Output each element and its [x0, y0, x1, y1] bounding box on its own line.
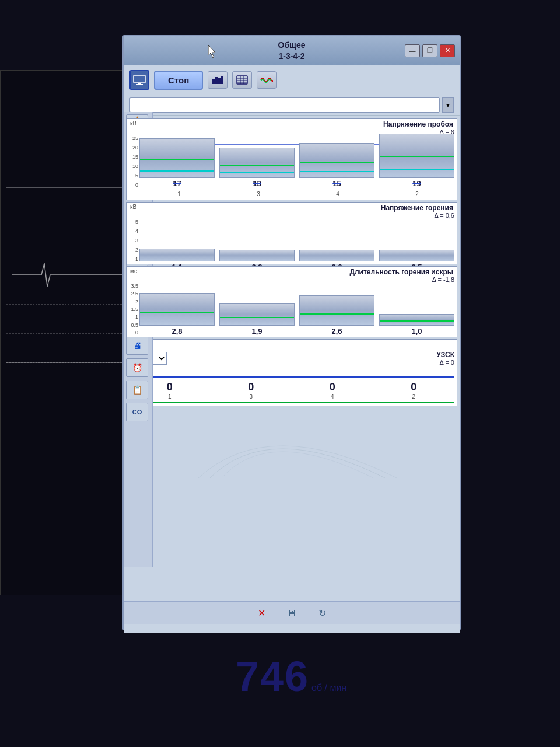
bar3-value: 13 — [253, 179, 261, 188]
main-window: Общее 1-3-4-2 — ❐ ✕ Стоп — [123, 35, 461, 630]
chart2-bars: 1,1 0,8 0,6 — [139, 219, 454, 271]
toolbar: Стоп — [124, 65, 460, 95]
uzsk-val-2: 0 — [376, 381, 453, 393]
chart2-delta: Δ = 0,6 — [129, 212, 454, 219]
bar-col-4: 15 — [299, 143, 374, 188]
chart1-unit: кВ — [130, 120, 136, 127]
monitor-icon — [130, 70, 149, 90]
minimize-button[interactable]: — — [405, 44, 420, 57]
bottom-icon-x: ✕ — [252, 605, 271, 622]
chart3-bar1-gline — [140, 312, 214, 313]
chart2-bar-2 — [379, 250, 454, 261]
uzsk-num-2: 2 — [376, 393, 453, 400]
osc-signal — [12, 257, 141, 292]
chart3-bar2-gline — [380, 320, 454, 322]
bar-2 — [379, 134, 454, 178]
chart3-bar-col-3: 1,9 — [219, 303, 295, 336]
dropdown-arrow-btn[interactable]: ▼ — [442, 97, 454, 113]
chart3-bar4-value: 2,6 — [331, 327, 342, 336]
bar1-cyan-line — [140, 170, 214, 172]
rpm-unit: об / мин — [312, 683, 346, 693]
chart-burn-voltage: кВ Напряжение горения Δ = 0,6 543210 — [126, 202, 457, 264]
sidebar-icon-clock[interactable]: ⏰ — [126, 358, 148, 377]
window-title: Общее 1-3-4-2 — [278, 40, 306, 61]
chart1-cyl2: 2 — [380, 191, 454, 197]
uzsk-val-4: 0 — [294, 381, 371, 393]
close-button[interactable]: ✕ — [440, 44, 455, 57]
svg-rect-7 — [221, 76, 223, 84]
bar-3 — [219, 148, 295, 178]
bar-col-3: 13 — [219, 148, 295, 188]
chart1-cyl3: 3 — [221, 191, 296, 197]
chart3-bar-col-1: 2,8 — [139, 293, 215, 336]
chart-breakdown-voltage: кВ Напряжение пробоя Δ = 6 2520151050 — [126, 118, 457, 200]
wave-button[interactable] — [257, 71, 276, 89]
decorative-arcs — [126, 408, 457, 478]
bar2-value: 19 — [412, 179, 421, 188]
chart3-bar-col-4: 2,6 — [299, 295, 374, 336]
bar-4 — [299, 143, 374, 178]
svg-rect-2 — [138, 83, 141, 84]
svg-rect-4 — [212, 79, 215, 84]
uzsk-delta: Δ = 0 — [172, 359, 454, 366]
chart3-bar1-value: 2,8 — [172, 327, 182, 336]
chart3-title: Длительность горения искры — [349, 268, 453, 276]
chart-spark-duration: мс Длительность горения искры Δ = -1,8 3… — [126, 266, 457, 337]
chart-bar-button[interactable] — [208, 71, 228, 89]
restore-button[interactable]: ❐ — [422, 44, 438, 57]
chart3-bar3-value: 1,9 — [251, 327, 262, 336]
svg-rect-1 — [134, 75, 145, 83]
chart1-y-axis: 2520151050 — [129, 135, 139, 188]
channel-select[interactable]: 3 + 4 — [130, 97, 440, 113]
rpm-display: 746об / мин — [236, 652, 346, 700]
chart3-bars: 2,8 1,9 — [139, 283, 454, 336]
svg-rect-3 — [136, 84, 143, 85]
chart1-title: Напряжение пробоя — [383, 120, 453, 128]
chart3-y-axis: 3.52.521.510.50 — [129, 283, 139, 336]
bar3-green-line — [220, 165, 294, 166]
cursor-icon — [208, 45, 218, 58]
uzsk-col-3: 0 3 — [213, 381, 290, 400]
chart2-title: Напряжение горения — [381, 204, 453, 212]
chart2-bar-1 — [139, 249, 215, 261]
bar4-value: 15 — [332, 179, 341, 188]
chart3-bar2-value: 1,0 — [411, 327, 422, 336]
dropdown-bar: 3 + 4 ▼ — [124, 95, 460, 116]
sidebar-icon-clipboard[interactable]: 📋 — [126, 381, 148, 399]
uzsk-section: 806040200 - УЗСК Δ = 0 — [126, 339, 457, 406]
uzsk-title: УЗСК — [172, 351, 454, 359]
table-button[interactable] — [232, 71, 252, 89]
svg-rect-6 — [218, 78, 220, 84]
svg-marker-0 — [208, 45, 215, 58]
bar-col-2: 19 — [379, 134, 454, 188]
bar1-value: 17 — [173, 179, 181, 188]
svg-rect-5 — [215, 77, 218, 84]
stop-button[interactable]: Стоп — [154, 71, 203, 90]
chart3-delta: Δ = -1,8 — [129, 276, 454, 283]
bottom-bar: ✕ 🖥 ↻ — [124, 601, 460, 624]
uzsk-num-4: 4 — [294, 393, 371, 400]
chart3-bar-1 — [139, 293, 215, 326]
uzsk-col-2: 0 2 — [376, 381, 453, 400]
uzsk-val-3: 0 — [213, 381, 290, 393]
bottom-icon-monitor2: 🖥 — [282, 605, 301, 622]
bar2-cyan-line — [380, 169, 454, 170]
bar2-green-line — [380, 156, 454, 157]
bar-1 — [139, 138, 215, 178]
chart3-bar4-gline — [300, 313, 374, 315]
chart3-unit: мс — [130, 268, 137, 274]
chart3-bar3-gline — [220, 317, 294, 318]
chart2-unit: кВ — [130, 204, 136, 210]
chart3-bar-col-2: 1,0 — [379, 314, 454, 336]
sidebar-icon-printer[interactable]: 🖨 — [126, 336, 148, 355]
chart2-y-axis: 543210 — [129, 219, 139, 271]
chart3-bar-3 — [219, 303, 295, 326]
uzsk-num-3: 3 — [213, 393, 290, 400]
chart3-bar-4 — [299, 295, 374, 326]
chart2-bar-3 — [219, 250, 295, 261]
bar4-green-line — [300, 162, 374, 163]
bar1-green-line — [140, 159, 214, 160]
window-controls: — ❐ ✕ — [405, 44, 455, 57]
uzsk-values: 0 1 0 3 0 4 0 2 — [129, 380, 454, 401]
uzsk-ref-line — [152, 376, 454, 378]
